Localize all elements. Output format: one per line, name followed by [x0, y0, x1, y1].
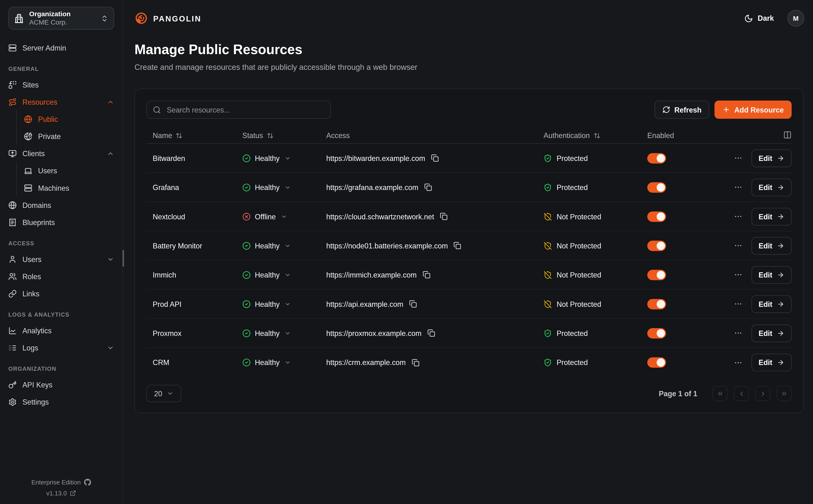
enabled-toggle[interactable]	[647, 299, 666, 309]
sidebar-item-roles[interactable]: Roles	[0, 268, 122, 285]
sidebar-item-resources[interactable]: Resources	[0, 93, 122, 110]
globe-icon	[8, 201, 17, 209]
copy-button[interactable]	[423, 271, 431, 279]
copy-button[interactable]	[412, 359, 420, 366]
chevron-down-icon	[285, 359, 291, 365]
edit-button[interactable]: Edit	[751, 266, 792, 283]
table-row: Nextcloud Offline	[146, 202, 792, 231]
avatar[interactable]: M	[787, 10, 804, 27]
status-badge[interactable]: Offline	[242, 212, 287, 221]
edit-button[interactable]: Edit	[751, 208, 792, 225]
healthy-icon	[242, 358, 251, 367]
copy-button[interactable]	[424, 183, 432, 191]
row-menu-button[interactable]	[734, 299, 742, 308]
arrow-right-icon	[777, 154, 784, 162]
version-label: v1.13.0	[46, 490, 67, 497]
chevron-down-icon	[107, 344, 114, 351]
server-icon	[24, 184, 32, 192]
status-badge[interactable]: Healthy	[242, 271, 291, 279]
sidebar-item-links[interactable]: Links	[0, 285, 122, 302]
org-switcher-label: Organization	[29, 10, 71, 18]
table-body: Bitwarden Healthy	[146, 144, 792, 377]
users-icon	[8, 272, 17, 280]
laptop-icon	[24, 166, 32, 175]
sidebar-item-server-admin[interactable]: Server Admin	[0, 39, 122, 56]
edit-button[interactable]: Edit	[751, 237, 792, 254]
next-page-button[interactable]	[755, 386, 770, 401]
row-menu-button[interactable]	[734, 358, 742, 367]
row-menu-button[interactable]	[734, 212, 742, 221]
sidebar-item-users[interactable]: Users	[0, 251, 122, 268]
shield-off-icon	[544, 212, 552, 221]
edit-button[interactable]: Edit	[751, 354, 792, 371]
sidebar-item-settings[interactable]: Settings	[0, 393, 122, 410]
status-label: Healthy	[255, 329, 279, 337]
page-size-value: 20	[154, 389, 162, 398]
resource-url: https://cloud.schwartznetwork.net	[326, 212, 434, 221]
prev-page-button[interactable]	[734, 386, 749, 401]
auth-label: Not Protected	[557, 242, 601, 250]
row-menu-button[interactable]	[734, 329, 742, 337]
enabled-toggle[interactable]	[647, 357, 666, 368]
sidebar-item-label: Clients	[22, 149, 101, 158]
sidebar-item-label: Private	[38, 132, 114, 140]
status-badge[interactable]: Healthy	[242, 183, 291, 191]
shield-check-icon	[544, 358, 552, 367]
status-badge[interactable]: Healthy	[242, 329, 291, 337]
sidebar-item-clients[interactable]: Clients	[0, 145, 122, 162]
enabled-toggle[interactable]	[647, 328, 666, 338]
enabled-toggle[interactable]	[647, 270, 666, 280]
copy-button[interactable]	[409, 300, 417, 308]
sidebar-scrollbar[interactable]	[122, 250, 124, 267]
first-page-button[interactable]	[712, 386, 727, 401]
sidebar-item-public[interactable]: Public	[17, 110, 122, 128]
sidebar-item-label: Sites	[22, 81, 114, 89]
theme-toggle[interactable]: Dark	[741, 13, 777, 23]
copy-button[interactable]	[431, 154, 439, 162]
row-menu-button[interactable]	[734, 270, 742, 279]
sidebar-item-logs[interactable]: Logs	[0, 339, 122, 356]
sidebar-item-private[interactable]: Private	[17, 128, 122, 145]
enabled-toggle[interactable]	[647, 240, 666, 251]
sidebar-item-blueprints[interactable]: Blueprints	[0, 214, 122, 231]
copy-button[interactable]	[440, 212, 448, 220]
table-row: Prod API Healthy	[146, 290, 792, 319]
sidebar-item-client-users[interactable]: Users	[17, 162, 122, 179]
enabled-toggle[interactable]	[647, 153, 666, 163]
status-badge[interactable]: Healthy	[242, 358, 291, 367]
org-switcher[interactable]: Organization ACME Corp.	[8, 7, 114, 30]
external-link-icon[interactable]	[70, 490, 76, 496]
sidebar-item-api-keys[interactable]: API Keys	[0, 376, 122, 393]
enabled-toggle[interactable]	[647, 182, 666, 193]
enabled-toggle[interactable]	[647, 211, 666, 222]
sidebar-item-machines[interactable]: Machines	[17, 179, 122, 196]
copy-button[interactable]	[454, 242, 462, 250]
status-badge[interactable]: Healthy	[242, 154, 291, 162]
add-resource-button[interactable]: Add Resource	[715, 101, 792, 119]
server-icon	[8, 43, 17, 52]
refresh-button[interactable]: Refresh	[655, 101, 710, 119]
edit-button[interactable]: Edit	[751, 178, 792, 196]
resource-url: https://proxmox.example.com	[326, 329, 422, 337]
column-visibility-button[interactable]	[783, 130, 792, 140]
column-header-authentication[interactable]: Authentication	[544, 131, 601, 140]
edit-button[interactable]: Edit	[751, 295, 792, 313]
github-icon[interactable]	[84, 479, 91, 486]
sidebar-item-domains[interactable]: Domains	[0, 196, 122, 214]
copy-button[interactable]	[427, 329, 435, 337]
last-page-button[interactable]	[777, 386, 792, 401]
row-menu-button[interactable]	[734, 183, 742, 192]
arrow-right-icon	[777, 184, 784, 191]
page-size-select[interactable]: 20	[146, 385, 181, 402]
status-badge[interactable]: Healthy	[242, 242, 291, 250]
row-menu-button[interactable]	[734, 241, 742, 250]
row-menu-button[interactable]	[734, 154, 742, 162]
search-input[interactable]	[166, 105, 325, 114]
sidebar-item-sites[interactable]: Sites	[0, 76, 122, 93]
column-header-name[interactable]: Name	[153, 131, 182, 140]
edit-button[interactable]: Edit	[751, 324, 792, 342]
column-header-status[interactable]: Status	[242, 131, 273, 140]
edit-button[interactable]: Edit	[751, 149, 792, 167]
sidebar-item-analytics[interactable]: Analytics	[0, 322, 122, 339]
status-badge[interactable]: Healthy	[242, 300, 291, 308]
